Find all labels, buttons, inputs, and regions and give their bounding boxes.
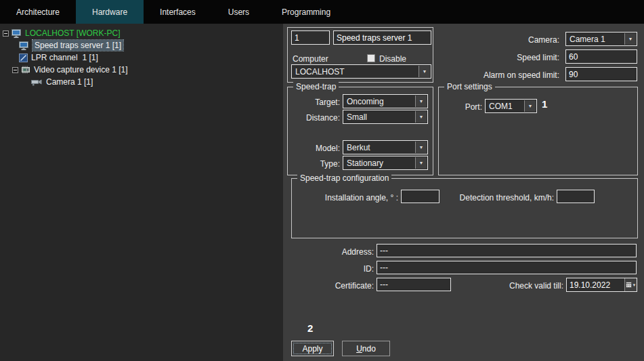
port-settings-group-title: Port settings <box>444 82 495 91</box>
main-area: LOCALHOST [WORK-PC] Speed traps server 1… <box>0 24 644 361</box>
dropdown-arrow-icon: ▼ <box>415 157 427 169</box>
model-label: Model: <box>290 142 340 155</box>
collapse-icon[interactable] <box>3 30 9 37</box>
annotation-step-2: 2 <box>307 322 313 334</box>
speed-limit-label: Speed limit: <box>478 51 559 64</box>
speed-trap-configuration-group-title: Speed-trap configuration <box>297 173 391 183</box>
tab-interfaces[interactable]: Interfaces <box>144 0 212 24</box>
speed-trap-group-title: Speed-trap <box>293 82 339 91</box>
undo-label-mnemonic: U <box>356 344 362 354</box>
computer-select-value: LOCALHOST <box>295 67 345 77</box>
settings-panel: Speed-trap Port settings Speed-trap conf… <box>283 24 644 361</box>
detection-threshold-input[interactable] <box>557 190 595 203</box>
target-select[interactable]: Oncoming ▼ <box>343 94 428 108</box>
server-icon <box>19 41 29 50</box>
device-tree: LOCALHOST [WORK-PC] Speed traps server 1… <box>0 24 283 361</box>
address-input[interactable] <box>377 244 637 257</box>
object-id-input[interactable] <box>291 30 330 45</box>
capture-board-icon <box>21 66 30 74</box>
dropdown-arrow-icon: ▼ <box>415 111 427 123</box>
type-select[interactable]: Stationary ▼ <box>343 156 428 170</box>
alarm-on-speed-limit-label: Alarm on speed limit: <box>465 68 559 82</box>
disable-checkbox[interactable] <box>367 54 375 62</box>
collapse-icon[interactable] <box>12 67 18 73</box>
tree-item-label: Speed traps server 1 [1] <box>33 40 123 51</box>
tree-item-lpr-channel[interactable]: LPR channel 1 [1] <box>0 51 283 64</box>
computer-select[interactable]: LOCALHOST ▼ <box>291 64 431 79</box>
camera-select[interactable]: Camera 1 ▼ <box>565 32 637 46</box>
certificate-label: Certificate: <box>306 279 374 293</box>
app-window: Architecture Hardware Interfaces Users P… <box>0 0 644 361</box>
port-select-value: COM1 <box>489 102 513 111</box>
object-name-input[interactable] <box>333 30 431 45</box>
tab-hardware[interactable]: Hardware <box>76 0 144 24</box>
camera-label: Camera: <box>478 33 559 47</box>
installation-angle-label: Installation angle, ° : <box>303 191 398 205</box>
tab-programming[interactable]: Programming <box>265 0 347 24</box>
dropdown-arrow-icon: ▼ <box>632 283 637 287</box>
speed-trap-configuration-group: Speed-trap configuration <box>291 178 638 238</box>
tree-item-label: Camera 1 [1] <box>46 77 93 87</box>
address-label: Address: <box>306 245 374 259</box>
tree-item-localhost[interactable]: LOCALHOST [WORK-PC] <box>0 27 283 39</box>
dropdown-arrow-icon: ▼ <box>418 66 430 77</box>
distance-select[interactable]: Small ▼ <box>343 110 428 124</box>
camera-icon <box>31 79 43 86</box>
calendar-button[interactable]: ▼ <box>624 278 637 291</box>
tree-item-label: Video capture device 1 [1] <box>34 65 128 75</box>
certificate-input[interactable] <box>377 278 451 291</box>
tree-item-label: LOCALHOST [WORK-PC] <box>25 28 120 38</box>
installation-angle-input[interactable] <box>401 190 439 203</box>
type-select-value: Stationary <box>347 158 383 168</box>
undo-label-rest: ndo <box>362 344 376 354</box>
detection-threshold-label: Detection threshold, km/h: <box>448 191 554 205</box>
model-select[interactable]: Berkut ▼ <box>343 140 428 154</box>
computer-label: Computer <box>293 52 328 66</box>
alarm-on-speed-limit-input[interactable] <box>565 67 637 81</box>
distance-select-value: Small <box>347 112 367 122</box>
dropdown-arrow-icon: ▼ <box>415 95 427 107</box>
type-label: Type: <box>290 157 340 171</box>
apply-button[interactable]: Apply <box>291 341 334 356</box>
dropdown-arrow-icon: ▼ <box>524 100 536 112</box>
tree-item-label: LPR channel 1 [1] <box>31 53 98 62</box>
id-label: ID: <box>306 262 374 276</box>
annotation-step-1: 1 <box>542 98 547 110</box>
distance-label: Distance: <box>290 111 340 125</box>
tree-item-video-capture-device[interactable]: Video capture device 1 [1] <box>0 64 283 76</box>
model-select-value: Berkut <box>347 143 370 152</box>
id-input[interactable] <box>377 261 637 274</box>
port-select[interactable]: COM1 ▼ <box>485 99 537 113</box>
target-label: Target: <box>290 95 340 109</box>
disable-label: Disable <box>379 52 406 66</box>
speed-limit-input[interactable] <box>565 49 637 64</box>
computer-icon <box>12 29 22 38</box>
main-tab-bar: Architecture Hardware Interfaces Users P… <box>0 0 644 24</box>
tab-architecture[interactable]: Architecture <box>0 0 76 24</box>
tree-item-speed-traps-server[interactable]: Speed traps server 1 [1] <box>0 39 283 51</box>
lpr-channel-icon <box>19 54 28 62</box>
dropdown-arrow-icon: ▼ <box>415 142 427 153</box>
calendar-icon <box>626 282 632 288</box>
dropdown-arrow-icon: ▼ <box>624 33 636 45</box>
target-select-value: Oncoming <box>347 97 384 106</box>
undo-button[interactable]: Undo <box>342 341 390 356</box>
port-label: Port: <box>444 100 482 114</box>
tab-users[interactable]: Users <box>212 0 265 24</box>
tree-item-camera[interactable]: Camera 1 [1] <box>0 76 283 88</box>
camera-select-value: Camera 1 <box>570 35 605 44</box>
check-valid-till-label: Check valid till: <box>469 279 563 293</box>
